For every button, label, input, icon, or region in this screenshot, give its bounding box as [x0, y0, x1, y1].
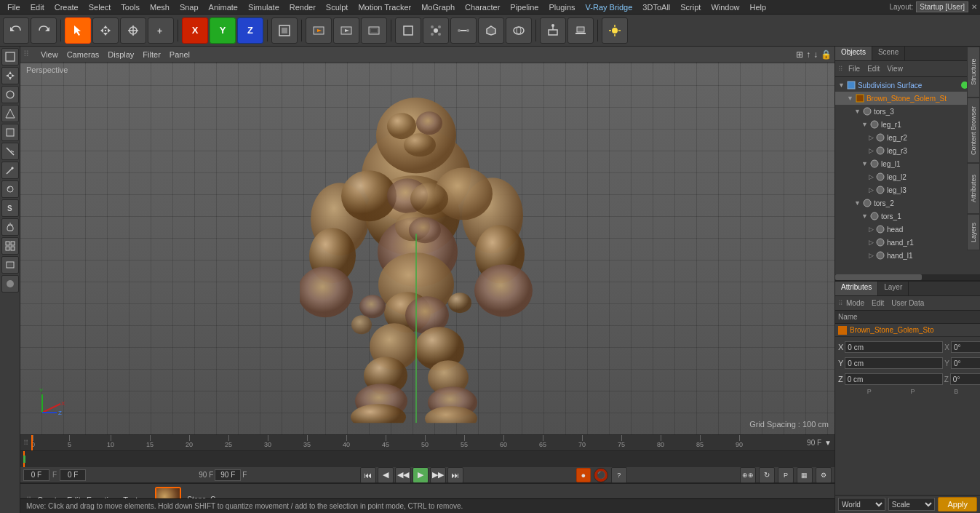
viewport-down-icon[interactable]: ↓: [813, 49, 818, 60]
timeline-track[interactable]: [20, 451, 834, 467]
play-button[interactable]: ▶: [413, 467, 429, 483]
point-mode-button[interactable]: [423, 17, 449, 44]
attr-user-menu[interactable]: User Data: [891, 299, 924, 307]
preview-mode-button[interactable]: P: [778, 467, 794, 483]
obj-edit-menu[interactable]: Edit: [865, 65, 882, 73]
maximize-icon[interactable]: ⊞: [796, 49, 803, 60]
menu-snap[interactable]: Snap: [175, 1, 203, 13]
play-reverse-button[interactable]: ◀◀: [395, 467, 411, 483]
tab-scene[interactable]: Scene: [872, 47, 905, 60]
render-picture-viewer-button[interactable]: [333, 17, 359, 44]
apply-button[interactable]: Apply: [938, 497, 977, 512]
lt-scale-btn[interactable]: [1, 105, 19, 122]
menu-animate[interactable]: Animate: [204, 1, 242, 13]
move-tool-button[interactable]: [92, 17, 119, 44]
tab-layer[interactable]: Layer: [878, 282, 909, 295]
layout-select[interactable]: Startup [User]: [916, 1, 968, 12]
menu-window[interactable]: Window: [706, 1, 744, 13]
menu-simulate[interactable]: Simulate: [244, 1, 284, 13]
tab-attributes[interactable]: Attributes: [835, 282, 878, 295]
menu-edit[interactable]: Edit: [26, 1, 49, 13]
coord-y-pos[interactable]: [845, 357, 943, 369]
lt-pen-btn[interactable]: [1, 162, 19, 179]
menu-motion-tracker[interactable]: Motion Tracker: [354, 1, 415, 13]
undo-button[interactable]: [3, 17, 29, 44]
texture-mode-button[interactable]: [506, 17, 532, 44]
frame-counter-arrow[interactable]: ▼: [824, 439, 832, 447]
key-button[interactable]: ?: [611, 467, 627, 483]
side-tab-layers[interactable]: Layers: [967, 214, 980, 250]
display-menu[interactable]: Display: [108, 50, 134, 59]
side-tab-structure[interactable]: Structure: [967, 47, 980, 98]
coord-y-rot[interactable]: [951, 357, 980, 369]
tree-item-head[interactable]: ▷ head: [835, 223, 980, 236]
motion-path-button[interactable]: ▦: [797, 467, 813, 483]
menu-mograph[interactable]: MoGraph: [417, 1, 459, 13]
start-frame-input[interactable]: [60, 469, 86, 481]
obj-file-menu[interactable]: File: [846, 65, 862, 73]
menu-3dtoall[interactable]: 3DToAll: [638, 1, 674, 13]
fps-plus-button[interactable]: ⊕⊕: [740, 467, 756, 483]
menu-help[interactable]: Help: [746, 1, 771, 13]
current-frame-input[interactable]: [23, 469, 49, 481]
tree-item-leg-r3[interactable]: ▷ leg_r3: [835, 144, 980, 157]
filter-menu[interactable]: Filter: [143, 50, 160, 59]
tree-item-hand-r1[interactable]: ▷ hand_r1: [835, 236, 980, 249]
edge-mode-button[interactable]: [450, 17, 477, 44]
auto-key-button[interactable]: ⚫: [594, 468, 608, 482]
lt-rotate-btn[interactable]: [1, 86, 19, 103]
menu-script[interactable]: Script: [676, 1, 705, 13]
menu-character[interactable]: Character: [461, 1, 504, 13]
loop-mode-button[interactable]: ↻: [759, 467, 775, 483]
menu-mesh[interactable]: Mesh: [146, 1, 174, 13]
menu-tools[interactable]: Tools: [116, 1, 144, 13]
x-axis-button[interactable]: X: [182, 17, 208, 44]
tree-item-tors3[interactable]: ▼ tors_3: [835, 105, 980, 118]
poly-mode-button[interactable]: [478, 17, 504, 44]
tree-item-golem[interactable]: ▼ Brown_Stone_Golem_St: [835, 92, 980, 105]
world-space-select[interactable]: World Object: [838, 498, 885, 511]
menu-sculpt[interactable]: Sculpt: [322, 1, 353, 13]
lt-scene-btn[interactable]: [1, 256, 19, 274]
tree-item-hand-l1[interactable]: ▷ hand_l1: [835, 249, 980, 262]
side-tab-content[interactable]: Content Browser: [967, 98, 980, 163]
cameras-menu[interactable]: Cameras: [67, 50, 100, 59]
tree-item-leg-l3[interactable]: ▷ leg_l3: [835, 183, 980, 196]
light-button[interactable]: [602, 17, 628, 44]
menu-plugins[interactable]: Plugins: [544, 1, 579, 13]
coord-x-pos[interactable]: [845, 341, 943, 353]
scale-tool-button[interactable]: [120, 17, 146, 44]
snap-button[interactable]: [540, 17, 566, 44]
select-tool-button[interactable]: [65, 17, 91, 44]
lt-model-btn[interactable]: [1, 48, 19, 65]
menu-create[interactable]: Create: [50, 1, 83, 13]
render-region-button[interactable]: [306, 17, 332, 44]
tree-item-leg-r1[interactable]: ▼ leg_r1: [835, 118, 980, 131]
scale-mode-select[interactable]: Scale Size: [888, 498, 936, 511]
viewport-canvas[interactable]: Perspective: [20, 63, 834, 434]
menu-select[interactable]: Select: [84, 1, 116, 13]
lt-grid-btn[interactable]: [1, 237, 19, 255]
lt-knife-btn[interactable]: [1, 143, 19, 160]
lt-poly-btn[interactable]: [1, 124, 19, 141]
render-settings-button[interactable]: [361, 17, 387, 44]
viewport-up-icon[interactable]: ↑: [806, 49, 810, 60]
y-axis-button[interactable]: Y: [210, 17, 236, 44]
model-mode-button[interactable]: [395, 17, 421, 44]
layout-close-icon[interactable]: ✕: [971, 3, 977, 11]
menu-vray-bridge[interactable]: V-Ray Bridge: [581, 1, 637, 13]
coord-system-button[interactable]: [271, 17, 298, 44]
tree-item-subdivision[interactable]: ▼ Subdivision Surface: [835, 79, 980, 92]
viewport-lock-icon[interactable]: 🔒: [821, 49, 832, 60]
tree-item-leg-l1[interactable]: ▼ leg_l1: [835, 157, 980, 170]
redo-button[interactable]: [31, 17, 57, 44]
tree-item-leg-r2[interactable]: ▷ leg_r2: [835, 131, 980, 144]
attr-mode-menu[interactable]: Mode: [846, 299, 864, 307]
lt-paint-btn[interactable]: [1, 180, 19, 198]
attr-edit-menu[interactable]: Edit: [872, 299, 884, 307]
menu-pipeline[interactable]: Pipeline: [506, 1, 543, 13]
tab-objects[interactable]: Objects: [835, 47, 872, 60]
viewport[interactable]: Perspective: [20, 63, 834, 434]
rotate-tool-button[interactable]: +: [148, 17, 174, 44]
obj-view-menu[interactable]: View: [885, 65, 905, 73]
